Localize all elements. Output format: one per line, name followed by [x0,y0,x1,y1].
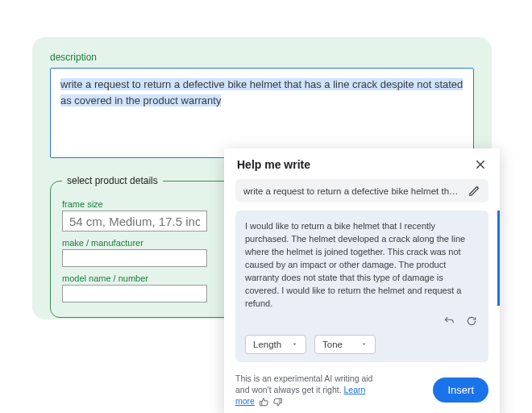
hmw-footer: This is an experimental AI writing aid a… [224,364,500,413]
tone-select[interactable]: Tone [314,335,376,354]
close-icon[interactable] [474,158,487,171]
frame-size-label: frame size [62,199,231,209]
fieldset-legend: select product details [62,175,163,186]
description-selected-text: write a request to return a defective bi… [60,78,463,106]
hmw-body: write a request to return a defective bi… [224,179,500,364]
insert-button[interactable]: Insert [433,378,488,403]
undo-icon[interactable] [443,315,455,327]
hmw-title: Help me write [237,158,310,171]
description-label: description [50,52,474,63]
prompt-text: write a request to return a defective bi… [243,186,462,196]
tone-label: Tone [322,340,343,349]
result-actions [245,315,479,327]
thumbs-up-icon[interactable] [259,397,269,407]
chevron-down-icon [291,340,298,348]
result-text: I would like to return a bike helmet tha… [245,220,479,311]
model-label: model name / number [62,273,231,283]
refresh-icon[interactable] [466,315,477,327]
pencil-icon[interactable] [468,185,480,197]
frame-size-input[interactable] [62,211,207,232]
chevron-down-icon [360,340,368,348]
result-box: I would like to return a bike helmet tha… [235,211,488,362]
model-input[interactable] [62,285,207,302]
help-me-write-panel: Help me write write a request to return … [224,148,500,413]
description-textarea[interactable]: write a request to return a defective bi… [50,68,474,158]
prompt-pill: write a request to return a defective bi… [235,179,488,202]
side-accent [497,211,500,306]
hmw-header: Help me write [224,148,500,179]
disclaimer: This is an experimental AI writing aid a… [235,373,384,407]
length-select[interactable]: Length [245,335,306,354]
length-label: Length [253,340,281,349]
make-label: make / manufacturer [62,238,231,248]
refine-row: Length Tone [245,335,479,354]
make-input[interactable] [62,249,207,267]
thumbs-down-icon[interactable] [272,397,283,407]
product-details-fieldset: select product details frame size make /… [50,181,243,318]
